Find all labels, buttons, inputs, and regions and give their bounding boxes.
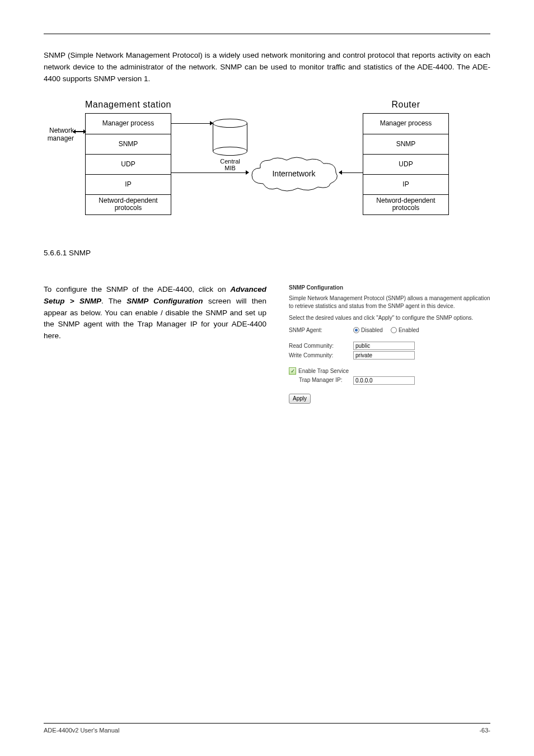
central-mib-label: Central MIB <box>213 158 247 171</box>
mgmt-station-stack: Manager process SNMP UDP IP Netword-depe… <box>85 113 171 215</box>
cloud-label: Internetwork <box>246 156 341 192</box>
enabled-radio[interactable] <box>391 327 397 333</box>
section-heading: 5.6.6.1 SNMP <box>44 248 490 259</box>
snmp-architecture-diagram: Network manager Management station Manag… <box>79 100 455 234</box>
disabled-radio-label: Disabled <box>361 326 383 334</box>
enable-trap-label: Enable Trap Service <box>298 367 349 375</box>
trap-ip-input[interactable] <box>353 376 415 385</box>
write-community-input[interactable] <box>353 351 415 360</box>
stack-cell: Netword-dependent protocols <box>86 194 171 214</box>
router-stack: Manager process SNMP UDP IP Netword-depe… <box>363 113 449 215</box>
central-mib-cylinder: Central MIB <box>213 119 247 156</box>
trap-ip-label: Trap Manager IP: <box>299 376 353 384</box>
snmp-config-screenshot: SNMP Configuration Simple Network Manage… <box>289 284 490 404</box>
stack-cell: UDP <box>86 154 171 174</box>
internetwork-cloud: Internetwork <box>246 156 341 192</box>
top-rule <box>44 34 490 34</box>
arrow-line <box>171 172 246 174</box>
config-desc: Simple Network Management Protocol (SNMP… <box>289 295 490 310</box>
network-manager-label: Network manager <box>35 127 74 143</box>
apply-button[interactable]: Apply <box>289 394 311 404</box>
stack-cell: Manager process <box>86 114 171 134</box>
write-community-label: Write Community: <box>289 352 353 360</box>
stack-cell: Netword-dependent protocols <box>363 194 448 214</box>
enabled-radio-label: Enabled <box>399 326 419 334</box>
page-footer: ADE-4400v2 User's Manual -63- <box>44 723 490 734</box>
intro-paragraph: SNMP (Simple Network Management Protocol… <box>44 50 490 85</box>
stack-cell: SNMP <box>363 134 448 154</box>
screen-name: SNMP Configuration <box>127 297 208 305</box>
stack-cell: Manager process <box>363 114 448 134</box>
read-community-label: Read Community: <box>289 342 353 350</box>
page-number: -63- <box>479 727 490 734</box>
double-arrow-icon <box>75 131 84 132</box>
footer-title: ADE-4400v2 User's Manual <box>44 727 119 734</box>
read-community-input[interactable] <box>353 342 415 350</box>
arrow-line <box>171 123 210 124</box>
config-instr: Select the desired values and click "App… <box>289 314 490 322</box>
text: . The <box>101 297 127 305</box>
arrow-line <box>341 172 363 174</box>
stack-cell: UDP <box>363 154 448 174</box>
text: To configure the SNMP of the ADE-4400, c… <box>44 285 230 293</box>
config-title: SNMP Configuration <box>289 284 490 292</box>
stack-cell: IP <box>86 174 171 194</box>
router-title: Router <box>363 100 449 110</box>
disabled-radio[interactable] <box>353 327 359 333</box>
stack-cell: SNMP <box>86 134 171 154</box>
enable-trap-checkbox[interactable]: ✓ <box>289 367 296 375</box>
snmp-agent-label: SNMP Agent: <box>289 326 353 334</box>
instruction-paragraph: To configure the SNMP of the ADE-4400, c… <box>44 284 266 343</box>
stack-cell: IP <box>363 174 448 194</box>
mgmt-station-title: Management station <box>85 100 171 110</box>
